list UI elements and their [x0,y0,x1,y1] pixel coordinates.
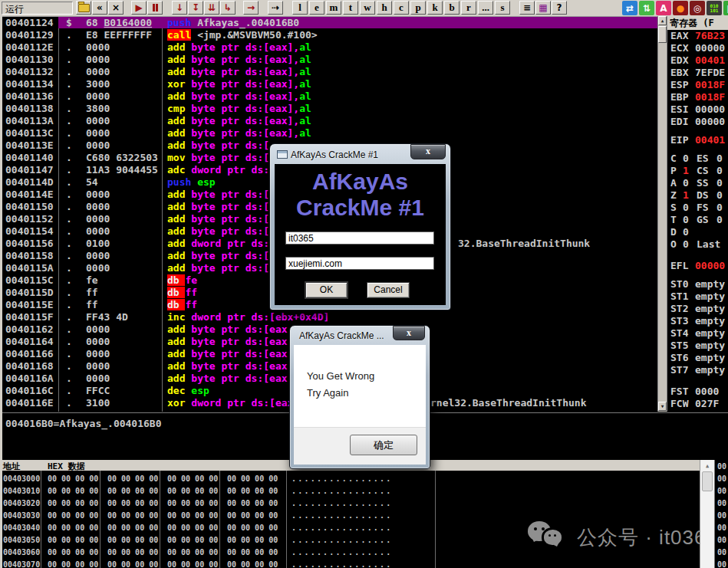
restart-button[interactable]: « [92,1,107,15]
register-row[interactable]: EBX7EFDE [667,66,728,78]
view-source-button[interactable]: s [495,1,510,15]
scroll-up-icon[interactable]: ▲ [702,461,713,471]
close-icon[interactable]: x [393,326,425,340]
step-over-button[interactable]: ↧ [188,1,203,15]
register-row[interactable]: FST0000 [667,385,728,397]
dump-row[interactable]: 0040307000 00 00 0000 00 00 0000 00 00 0… [0,557,700,568]
plugin-swap-button[interactable]: ⇄ [622,1,637,15]
register-row[interactable]: ST5empty [667,339,728,351]
close-icon[interactable]: x [410,144,446,159]
help-button[interactable]: ? [552,1,567,15]
view-patches-button[interactable]: p [410,1,426,15]
disasm-row[interactable]: 00401124$68 B0164000push Afkayas_.004016… [0,16,657,28]
stack-row[interactable]: 00 [715,558,728,568]
register-row[interactable]: ST2empty [667,302,728,314]
stack-row[interactable]: 00 [715,484,728,497]
register-row[interactable]: EAX76B23 [667,29,728,41]
stack-row[interactable]: 00 [715,497,728,509]
plugin-window-button[interactable]: ▣ [723,1,728,15]
scrollbar-thumb[interactable] [702,471,713,491]
register-row[interactable]: D0 [667,225,728,238]
disasm-row[interactable]: 00401130.0000add byte ptr ds:[eax],al [0,53,657,65]
disasm-row[interactable]: 00401129.E8 EEFFFFFFcall <jmp.&MSVBVM50.… [0,28,657,41]
view-breakpoints-button[interactable]: b [444,1,460,15]
register-row[interactable]: C0ES0 [667,152,728,164]
dump-scrollbar[interactable]: ▲ [700,460,714,568]
registers-pane[interactable]: 寄存器 (F EAX76B23ECX00000EDX00401EBX7EFDEE… [667,16,728,412]
animate-over-button[interactable]: ↳ [220,1,236,15]
animate-into-button[interactable]: ⇊ [204,1,219,15]
plugin-binary-button[interactable]: 010101 [707,1,722,15]
register-row[interactable]: EDI00000 [667,115,728,127]
register-row[interactable]: O0Last [667,238,728,250]
register-row[interactable]: ST1empty [667,290,728,302]
register-row[interactable]: A0SS0 [667,176,728,189]
register-row[interactable]: ST3empty [667,314,728,327]
view-callstack-button[interactable]: k [427,1,443,15]
dump-row[interactable]: 0040301000 00 00 0000 00 00 0000 00 00 0… [0,484,700,496]
register-row[interactable]: ST4empty [667,327,728,339]
disasm-row[interactable]: 00401134.3000xor byte ptr ds:[eax],al [0,77,657,90]
confirm-button[interactable]: 确定 [350,435,417,455]
view-handles-button[interactable]: h [377,1,392,15]
plugins-button[interactable]: ▦ [535,1,551,15]
plugin-assembler-button[interactable]: A [656,1,671,15]
disasm-row[interactable]: 0040112E.0000add byte ptr ds:[eax],al [0,41,657,53]
disasm-row[interactable]: 00401138.3800cmp byte ptr ds:[eax],al [0,102,657,114]
cancel-button[interactable]: Cancel [367,282,410,298]
pause-button[interactable] [147,1,163,15]
name-input[interactable] [285,231,434,245]
plugin-updown-button[interactable]: ⇅ [639,1,654,15]
stack-row[interactable]: 00 [715,546,728,558]
disasm-row[interactable]: 0040115F.FF43 4Dinc dword ptr ds:[ebx+0x… [0,310,657,323]
scrollbar-thumb[interactable] [658,26,667,43]
register-row[interactable]: ECX00000 [667,41,728,54]
serial-input[interactable] [285,257,434,270]
disasm-row[interactable]: 0040113A.0000add byte ptr ds:[eax],al [0,114,657,126]
register-row[interactable]: EIP00401 [667,133,728,146]
step-into-button[interactable]: ↓ [172,1,187,15]
dump-row[interactable]: 0040302000 00 00 0000 00 00 0000 00 00 0… [0,496,700,508]
view-memory-button[interactable]: m [326,1,341,15]
ok-button[interactable]: OK [305,282,348,298]
stack-row[interactable]: 00 [715,460,728,472]
view-executables-button[interactable]: e [309,1,324,15]
close-program-button[interactable]: × [108,1,124,15]
register-row[interactable]: T0GS0 [667,213,728,225]
register-row[interactable]: ESP0018F [667,78,728,90]
register-row[interactable]: S0FS0 [667,201,728,213]
register-row[interactable]: ST0empty [667,277,728,290]
stack-row[interactable]: 00 [715,534,728,546]
plugin-record-button[interactable]: ● [673,1,688,15]
plugin-target-button[interactable]: ◎ [690,1,705,15]
disassembly-scrollbar[interactable]: ▲ ▼ [657,16,667,412]
view-windows-button[interactable]: w [360,1,375,15]
register-row[interactable]: EDX00401 [667,54,728,66]
register-row[interactable]: FCW027F [667,397,728,409]
register-row[interactable]: EBP0018F [667,90,728,103]
go-to-address-button[interactable]: ⇢ [268,1,283,15]
disasm-row[interactable]: 0040113C.0000add byte ptr ds:[eax],al [0,126,657,139]
stack-row[interactable]: 00 [715,509,728,521]
view-references-button[interactable]: r [461,1,476,15]
register-row[interactable]: EFL00000 [667,259,728,271]
execute-till-return-button[interactable]: → [243,1,259,15]
scroll-down-icon[interactable]: ▼ [658,402,667,411]
run-button[interactable]: ▶ [131,1,147,15]
register-row[interactable]: ST7empty [667,363,728,376]
view-runtrace-button[interactable]: ... [478,1,493,15]
stack-row[interactable]: 00 [715,472,728,484]
disasm-row[interactable]: 00401132.0000add byte ptr ds:[eax],al [0,65,657,77]
view-log-button[interactable]: l [292,1,308,15]
scroll-up-icon[interactable]: ▲ [658,16,667,25]
register-row[interactable]: Z1DS0 [667,189,728,201]
log-list-button[interactable]: ≡ [519,1,535,15]
stack-pane[interactable]: 000000000000000000 [714,460,728,568]
register-row[interactable]: ST6empty [667,351,728,363]
register-row[interactable]: P1CS0 [667,164,728,176]
view-threads-button[interactable]: t [343,1,358,15]
open-file-button[interactable] [76,1,91,15]
disasm-row[interactable]: 00401136.0000add byte ptr ds:[eax],al [0,90,657,102]
view-cpu-button[interactable]: c [394,1,409,15]
dump-row[interactable]: 0040300000 00 00 0000 00 00 0000 00 00 0… [0,471,700,484]
